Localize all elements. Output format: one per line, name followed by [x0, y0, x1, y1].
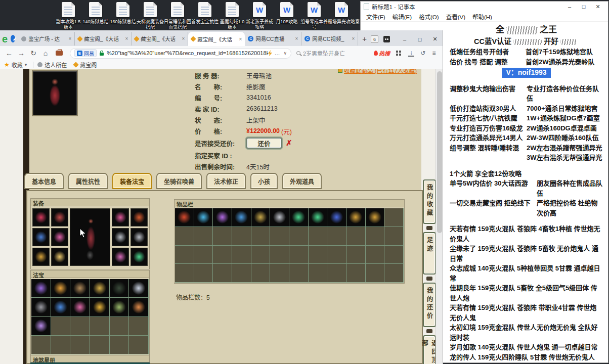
scrollbar-thumb[interactable]	[437, 71, 442, 233]
desktop-icon[interactable]: W组号零成本养号	[300, 2, 328, 30]
item-key[interactable]	[90, 279, 110, 298]
notepad-menu-item[interactable]: 文件(F)	[363, 12, 389, 22]
browser-tab[interactable]: C网易CC视频_×	[301, 32, 358, 46]
item-blue-beast[interactable]	[194, 208, 213, 227]
browser-menu-button[interactable]: ≡	[428, 50, 440, 57]
dropdown-icon[interactable]: ∨	[283, 51, 287, 56]
equip-slot-boots[interactable]	[51, 248, 68, 266]
favorites-label[interactable]: 收藏	[12, 61, 23, 69]
search-box[interactable]: 2岁男童坠井身亡 热搜	[296, 49, 390, 57]
bookmark-item[interactable]: 藏宝阁	[74, 61, 97, 69]
tab-detail[interactable]: 基本信息	[24, 173, 64, 189]
desktop-icon[interactable]: 160炼狱总结	[109, 2, 137, 30]
item-blue-ring[interactable]	[327, 208, 346, 227]
equip-slot-armor[interactable]	[32, 208, 50, 226]
browser-tab[interactable]: 藏宝阁_《大话×	[75, 32, 132, 46]
history-undo-button[interactable]: ↺	[417, 50, 428, 57]
item-green-orb[interactable]	[289, 208, 309, 227]
desktop-icon[interactable]: 副本攻略1.5版本	[55, 2, 82, 30]
notepad-titlebar[interactable]: 新标题1 - 记事本 – □ ✕	[361, 2, 608, 12]
tab-detail[interactable]: 小孩	[250, 173, 278, 189]
item-flute[interactable]	[70, 279, 90, 298]
back-button[interactable]: ←	[3, 49, 15, 57]
item-dark-relic[interactable]	[110, 279, 129, 298]
address-bar[interactable]: E网易 %20"tag"%3A%20"user"%7D&reco_request…	[70, 48, 291, 59]
browser-tab[interactable]: 藏宝阁_《大话×	[132, 32, 188, 46]
equip-slot-necklace[interactable]	[130, 208, 148, 226]
desktop-icon[interactable]: 日常睡装和回血鬼搭配	[164, 2, 191, 30]
equip-slot-bracelet[interactable]	[130, 228, 148, 246]
notepad-menu-item[interactable]: 格式(O)	[415, 12, 443, 22]
maximize-button[interactable]: □	[412, 36, 427, 42]
equip-slot-bracelet[interactable]	[112, 228, 129, 246]
desktop-icon[interactable]: 画魔幻域1.0版本	[219, 2, 246, 30]
equip-slot-fairy[interactable]	[112, 248, 129, 266]
item-lantern[interactable]	[70, 298, 90, 316]
equip-slot-shoulder[interactable]	[112, 208, 129, 226]
refresh-button[interactable]: ↻	[27, 49, 39, 57]
item-gold-orb[interactable]	[51, 279, 71, 298]
compass-icon[interactable]	[11, 35, 15, 42]
notepad-close-button[interactable]: ✕	[591, 4, 605, 10]
extension-icon[interactable]	[383, 36, 390, 42]
equip-slot-orb[interactable]	[130, 248, 148, 266]
minimize-button[interactable]: –	[397, 36, 412, 42]
item-silver-fist[interactable]	[129, 279, 149, 298]
forward-button[interactable]: →	[15, 49, 27, 57]
tab-detail[interactable]: 外观道具	[282, 173, 322, 189]
item-card[interactable]	[129, 298, 149, 316]
item-tablet[interactable]	[31, 298, 51, 316]
tab-close-icon[interactable]: ×	[352, 36, 355, 41]
equip-slot-helmet[interactable]	[51, 208, 68, 226]
item-silver-belt[interactable]	[270, 208, 289, 227]
search-placeholder-text[interactable]: 2岁男童坠井身亡	[303, 49, 374, 57]
tab-detail[interactable]: 法术修正	[206, 173, 246, 189]
bargain-button[interactable]: 还价	[246, 138, 282, 149]
tab-close-icon[interactable]: ×	[239, 36, 242, 42]
item-purple-sword[interactable]	[213, 208, 232, 227]
desktop-icon[interactable]: 首发宝宝抗性	[191, 2, 219, 30]
tab-close-icon[interactable]: ×	[125, 36, 128, 41]
notepad-content[interactable]: 全之王 CC蓝V认证开好 低端任务组号开创者首创7千159炼狱地宫队估价 找号 …	[450, 24, 603, 360]
tab-detail[interactable]: 坐骑召唤兽	[156, 173, 202, 189]
notepad-menu-item[interactable]: 查看(V)	[443, 12, 469, 22]
equip-slot-spear[interactable]	[32, 228, 50, 246]
more-icon[interactable]: …	[274, 50, 280, 56]
notepad-menu-item[interactable]: 帮助(H)	[469, 12, 496, 22]
desktop-icon[interactable]: W新老孩子养成攻略	[246, 2, 273, 30]
desktop-icon[interactable]: 140炼狱总结	[82, 2, 109, 30]
new-tab-button[interactable]: +	[362, 34, 367, 43]
side-button-0[interactable]: 我的收藏	[423, 179, 436, 224]
item-blue-key[interactable]	[232, 208, 251, 227]
equip-slot-gloves[interactable]	[32, 248, 50, 266]
home-button[interactable]: ⌂	[39, 49, 52, 57]
tab-close-icon[interactable]: ×	[295, 36, 298, 41]
close-button[interactable]: ✕	[427, 36, 443, 42]
briefcase-icon[interactable]	[56, 51, 63, 56]
desktop-icon[interactable]: 天梯双魔装备搭配	[137, 2, 164, 30]
favorites-caret-icon[interactable]: ▾	[25, 62, 27, 67]
notepad-maximize-button[interactable]: □	[577, 4, 591, 10]
item-green-orb[interactable]	[309, 208, 328, 227]
url-text[interactable]: %20"tag"%3A%20"user"%7D&reco_request_id=…	[107, 50, 268, 56]
item-wand[interactable]	[31, 317, 51, 336]
item-gold-ring[interactable]	[366, 208, 385, 227]
site-badge[interactable]: E网易	[74, 49, 97, 57]
browser-logo-icon[interactable]: e	[2, 34, 8, 44]
tab-detail[interactable]: 属性抗性	[68, 173, 108, 189]
item-gold-ring[interactable]	[346, 208, 366, 227]
extensions-badge[interactable]: 6	[371, 35, 378, 43]
side-button-3[interactable]: 返回顶部	[423, 335, 436, 364]
item-blue-book[interactable]	[51, 298, 71, 316]
item-harp[interactable]	[31, 279, 51, 298]
browser-tab[interactable]: 藏宝阁_《大话×	[188, 32, 245, 46]
item-green-box[interactable]	[110, 298, 129, 316]
item-red-spear[interactable]	[175, 208, 194, 227]
hot-search-label[interactable]: 热搜	[379, 49, 390, 57]
notepad-menu-item[interactable]: 编辑(E)	[389, 12, 415, 22]
tab-active-detail[interactable]: 装备法宝	[112, 173, 152, 189]
lightning-icon[interactable]	[268, 50, 272, 56]
item-gold-cloud[interactable]	[90, 298, 110, 316]
desktop-icon[interactable]: W月10E攻略	[273, 2, 300, 30]
browser-tab[interactable]: C网易CC直播×	[245, 32, 301, 46]
